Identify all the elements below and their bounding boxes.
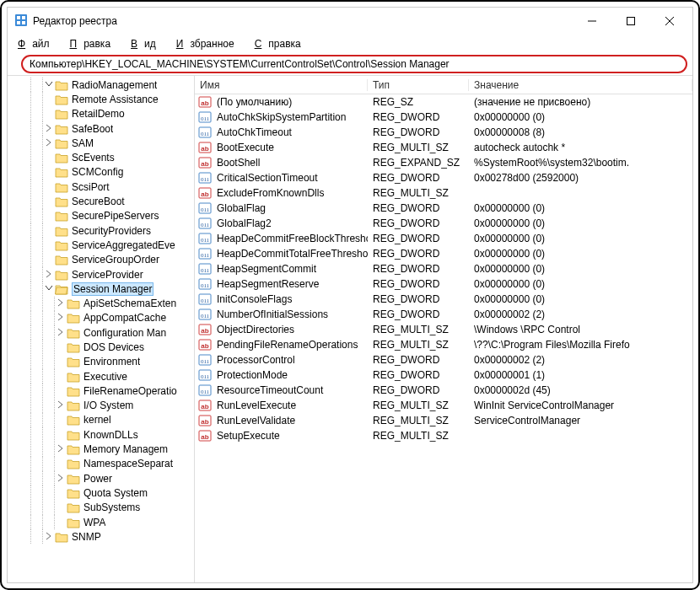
tree-item[interactable]: Configuration Man [8,325,194,340]
window-title: Редактор реестра [33,15,117,27]
tree-item[interactable]: ScsiPort [8,180,194,194]
tree-item[interactable]: SafeBoot [8,121,194,136]
tree-item[interactable]: Session Manager [8,282,194,296]
tree-item[interactable]: SecurityProviders [8,223,194,238]
tree-item[interactable]: RetailDemo [8,107,194,121]
col-name[interactable]: Имя [195,79,368,91]
tree-item-label: SubSystems [83,502,140,513]
expander-icon[interactable] [55,298,67,309]
value-row[interactable]: abBootShellREG_EXPAND_SZ%SystemRoot%\sys… [195,155,692,170]
menu-view[interactable]: Вид [124,36,170,51]
tree-item-label: Quota System [83,487,148,499]
tree-item-label: ServiceGroupOrder [72,254,159,266]
value-name: RunLevelValidate [217,415,295,426]
expander-icon[interactable] [55,327,67,339]
value-data: 0x00000000 (0) [469,111,692,123]
value-row[interactable]: abRunLevelExecuteREG_MULTI_SZWinInit Ser… [195,398,692,413]
titlebar[interactable]: Редактор реестра [8,8,692,35]
value-row[interactable]: 011NumberOfInitialSessionsREG_DWORD0x000… [195,307,692,322]
expander-icon[interactable] [43,531,55,543]
value-row[interactable]: 011AutoChkSkipSystemPartitionREG_DWORD0x… [195,110,692,125]
tree-item[interactable]: Power [8,471,194,485]
value-type: REG_DWORD [368,172,469,184]
tree-item[interactable]: SAM [8,136,194,150]
value-type: REG_MULTI_SZ [368,339,469,351]
value-row[interactable]: 011ProtectionModeREG_DWORD0x00000001 (1) [195,367,692,383]
value-data: \??\C:\Program Files\Mozilla Firefo [469,339,692,351]
tree-item[interactable]: RadioManagement [8,78,194,92]
minimize-button[interactable] [573,8,611,35]
col-value[interactable]: Значение [469,79,692,91]
tree-item[interactable]: SecurePipeServers [8,209,194,223]
tree-item[interactable]: SNMP [8,529,194,544]
value-row[interactable]: 011ResourceTimeoutCountREG_DWORD0x000000… [195,383,692,398]
tree-item[interactable]: ApiSetSchemaExten [8,296,194,310]
value-row[interactable]: 011CriticalSectionTimeoutREG_DWORD0x0027… [195,170,692,185]
value-row[interactable]: 011HeapDeCommitTotalFreeThresholdREG_DWO… [195,246,692,261]
expander-icon[interactable] [43,123,55,135]
value-row[interactable]: 011HeapSegmentCommitREG_DWORD0x00000000 … [195,261,692,276]
tree-item[interactable]: Remote Assistance [8,92,194,106]
value-type: REG_DWORD [368,263,469,275]
expander-icon[interactable] [55,400,67,411]
menu-fav[interactable]: Избранное [170,36,248,51]
value-row[interactable]: 011AutoChkTimeoutREG_DWORD0x00000008 (8) [195,125,692,140]
expander-icon[interactable] [43,269,55,281]
maximize-button[interactable] [611,8,650,35]
expander-icon[interactable] [55,443,67,455]
value-row[interactable]: abSetupExecuteREG_MULTI_SZ [195,428,692,443]
value-row[interactable]: 011HeapSegmentReserveREG_DWORD0x00000000… [195,276,692,292]
registry-tree[interactable]: RadioManagementRemote AssistanceRetailDe… [8,76,195,582]
address-input-highlighted[interactable]: Компьютер\HKEY_LOCAL_MACHINE\SYSTEM\Curr… [21,55,687,73]
tree-item[interactable]: Environment [8,355,194,369]
svg-rect-2 [22,16,25,19]
svg-text:011: 011 [201,206,210,213]
value-row[interactable]: abPendingFileRenameOperationsREG_MULTI_S… [195,337,692,352]
tree-item[interactable]: ServiceProvider [8,267,194,282]
value-row[interactable]: ab(По умолчанию)REG_SZ(значение не присв… [195,94,692,110]
tree-item[interactable]: AppCompatCache [8,311,194,325]
expander-icon[interactable] [43,137,55,149]
expander-icon[interactable] [55,473,67,485]
tree-item[interactable]: SecureBoot [8,194,194,208]
value-name: GlobalFlag2 [217,217,272,229]
tree-item[interactable]: WPA [8,515,194,529]
tree-item[interactable]: Memory Managem [8,442,194,456]
tree-item[interactable]: ScEvents [8,150,194,164]
value-row[interactable]: 011ProcessorControlREG_DWORD0x00000002 (… [195,352,692,367]
svg-text:ab: ab [201,190,208,198]
tree-item[interactable]: ServiceGroupOrder [8,253,194,267]
tree-item[interactable]: Executive [8,369,194,384]
tree-item[interactable]: kernel [8,413,194,427]
value-row[interactable]: abExcludeFromKnownDllsREG_MULTI_SZ [195,185,692,201]
menu-help[interactable]: Справка [248,36,315,51]
app-window: Редактор реестра Файл Правка Вид Избранн… [0,0,700,590]
value-name: HeapDeCommitTotalFreeThreshold [217,248,368,260]
menu-file[interactable]: Файл [11,36,63,51]
value-row[interactable]: abBootExecuteREG_MULTI_SZautocheck autoc… [195,140,692,155]
close-button[interactable] [650,8,689,35]
menu-edit[interactable]: Правка [63,36,125,51]
tree-item[interactable]: FileRenameOperatio [8,384,194,398]
tree-item[interactable]: DOS Devices [8,340,194,354]
tree-item[interactable]: I/O System [8,399,194,413]
value-row[interactable]: 011GlobalFlag2REG_DWORD0x00000000 (0) [195,216,692,231]
value-row[interactable]: abRunLevelValidateREG_MULTI_SZServiceCon… [195,413,692,428]
tree-item[interactable]: NamespaceSeparat [8,457,194,471]
tree-item[interactable]: ServiceAggregatedEve [8,238,194,252]
col-type[interactable]: Тип [368,79,469,91]
tree-item-label: RetailDemo [72,108,125,120]
tree-item[interactable]: SubSystems [8,501,194,515]
expander-icon[interactable] [43,283,55,295]
tree-item-label: Environment [83,356,140,367]
tree-item[interactable]: KnownDLLs [8,427,194,442]
tree-item[interactable]: SCMConfig [8,165,194,180]
expander-icon[interactable] [55,312,67,324]
value-row[interactable]: abObjectDirectoriesREG_MULTI_SZ\Windows … [195,322,692,337]
value-row[interactable]: 011HeapDeCommitFreeBlockThresholdREG_DWO… [195,231,692,246]
svg-text:ab: ab [201,433,208,441]
expander-icon[interactable] [43,79,55,91]
value-row[interactable]: 011InitConsoleFlagsREG_DWORD0x00000000 (… [195,292,692,307]
tree-item[interactable]: Quota System [8,485,194,500]
value-row[interactable]: 011GlobalFlagREG_DWORD0x00000000 (0) [195,201,692,216]
